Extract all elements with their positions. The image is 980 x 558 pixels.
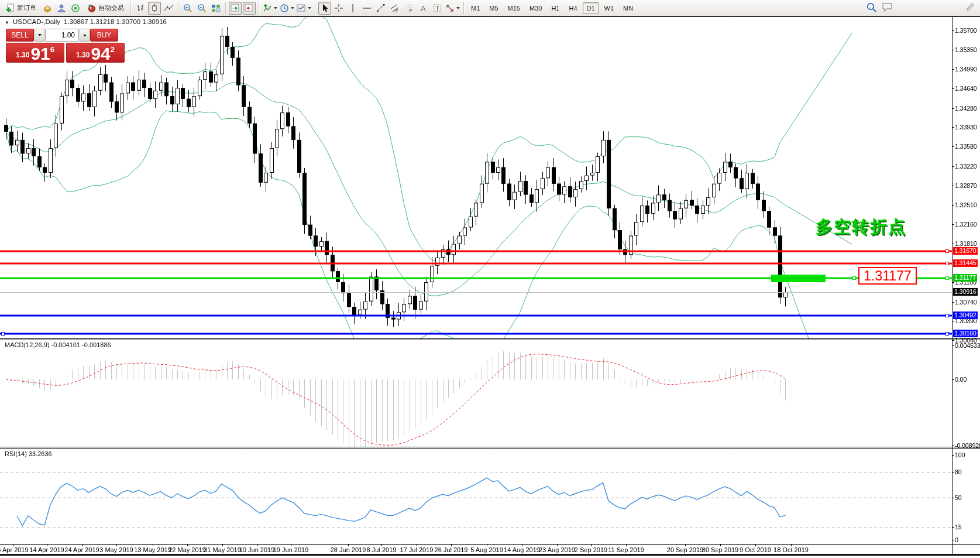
buy-price-sup: 2 <box>111 45 115 54</box>
svg-text:T: T <box>436 5 439 12</box>
new-order-label: 新订单 <box>17 4 36 12</box>
svg-text:E: E <box>396 9 398 13</box>
text-icon: A <box>418 4 428 13</box>
channel-icon: E <box>390 4 400 13</box>
chat-icon[interactable] <box>882 2 893 13</box>
buy-price-small: 1.30 <box>76 51 90 59</box>
timeframe-button-w1[interactable]: W1 <box>600 2 618 14</box>
text-button[interactable]: A <box>417 2 429 15</box>
sell-button[interactable]: SELL <box>6 29 34 42</box>
timeframe-button-m1[interactable]: M1 <box>467 2 484 14</box>
toolbar-separator <box>178 2 178 14</box>
cursor-button[interactable] <box>318 2 331 15</box>
toolbar-separator <box>259 2 259 14</box>
cursor-icon <box>320 4 329 13</box>
bars-chart-icon <box>136 4 145 13</box>
zoom-in-icon <box>183 4 192 13</box>
candlestick-chart-icon <box>150 4 159 13</box>
triangle-up-icon <box>83 34 87 36</box>
autotrading-icon <box>87 4 96 13</box>
signals-button[interactable] <box>69 2 82 15</box>
timeframe-button-m30[interactable]: M30 <box>525 2 546 14</box>
line-chart-button[interactable] <box>162 2 175 15</box>
main-toolbar: 新订单 自动交易 <box>0 0 980 16</box>
add-indicator-icon <box>263 4 272 13</box>
triangle-down-icon <box>38 34 42 36</box>
svg-text:F: F <box>410 9 412 13</box>
volume-increase-button[interactable] <box>80 29 90 42</box>
svg-text:A: A <box>421 4 426 12</box>
gold-layers-icon <box>43 4 52 13</box>
fibonacci-icon: F <box>404 4 414 13</box>
arrows-button[interactable] <box>445 2 460 15</box>
fibonacci-button[interactable]: F <box>403 2 415 15</box>
timeframe-button-h1[interactable]: H1 <box>547 2 563 14</box>
person-icon <box>57 4 66 13</box>
toolbar-separator <box>130 2 131 14</box>
auto-scroll-icon <box>245 4 254 13</box>
text-label-button[interactable]: T <box>431 2 443 15</box>
search-icon[interactable] <box>866 2 877 13</box>
dropdown-caret-icon <box>308 7 311 9</box>
sell-price-sup: 6 <box>50 45 54 54</box>
line-chart-icon <box>164 4 173 13</box>
sonar-icon <box>71 4 80 13</box>
timeframe-button-mn[interactable]: MN <box>619 2 637 14</box>
periods-button[interactable] <box>279 2 295 15</box>
horizontal-line-icon <box>362 4 372 13</box>
horizontal-line-button[interactable] <box>360 2 373 15</box>
candlestick-chart-button[interactable] <box>148 2 161 15</box>
autotrading-label: 自动交易 <box>98 4 124 12</box>
equidistant-channel-button[interactable]: E <box>388 2 401 15</box>
arrows-icon <box>445 4 455 13</box>
tile-windows-button[interactable] <box>209 2 222 15</box>
volume-input[interactable] <box>45 29 79 42</box>
profiles-button[interactable] <box>41 2 54 15</box>
auto-scroll-button[interactable] <box>243 2 256 15</box>
timeframe-button-h4[interactable]: H4 <box>565 2 581 14</box>
zoom-in-button[interactable] <box>181 2 194 15</box>
toolbar-separator <box>315 2 315 14</box>
dropdown-caret-icon <box>456 7 460 9</box>
sell-price-display[interactable]: 1.30916 <box>6 43 64 63</box>
accounts-button[interactable] <box>55 2 68 15</box>
toolbar-separator <box>225 2 226 14</box>
timeframe-button-d1[interactable]: D1 <box>583 2 599 14</box>
chart-shift-icon <box>231 4 240 13</box>
volume-decrease-button[interactable] <box>35 29 44 42</box>
autotrading-button[interactable]: 自动交易 <box>83 2 128 15</box>
one-click-trading-panel: SELL BUY 1.30916 1.30942 <box>6 29 128 63</box>
vertical-line-icon <box>348 4 357 13</box>
templates-button[interactable] <box>296 2 312 15</box>
sell-price-small: 1.30 <box>16 51 29 59</box>
crosshair-button[interactable] <box>332 2 345 15</box>
buy-price-display[interactable]: 1.30942 <box>66 43 125 63</box>
bars-chart-button[interactable] <box>134 2 147 15</box>
turning-point-annotation[interactable]: 多空转折点 <box>816 215 906 239</box>
crosshair-icon <box>334 4 343 13</box>
buy-button[interactable]: BUY <box>90 29 118 42</box>
chart-shift-button[interactable] <box>229 2 242 15</box>
buy-price-big: 94 <box>91 46 110 61</box>
zoom-out-button[interactable] <box>195 2 208 15</box>
collapse-panel-icon[interactable]: ▲ <box>5 19 9 25</box>
zoom-out-icon <box>197 4 207 13</box>
price-callout-label[interactable]: 1.31177 <box>858 267 917 285</box>
template-chart-icon <box>297 4 306 13</box>
dropdown-caret-icon <box>274 7 277 9</box>
indicators-button[interactable] <box>262 2 278 15</box>
timeframe-group: M1M5M15M30H1H4D1W1MN <box>466 2 638 14</box>
sell-price-big: 91 <box>30 46 50 61</box>
price-chart-canvas[interactable] <box>0 0 980 558</box>
timeframe-button-m15[interactable]: M15 <box>504 2 524 14</box>
tile-windows-icon <box>211 4 221 13</box>
vertical-line-button[interactable] <box>346 2 359 15</box>
clock-icon <box>280 4 289 13</box>
new-order-button[interactable]: 新订单 <box>2 2 40 15</box>
trendline-button[interactable] <box>374 2 387 15</box>
new-order-icon <box>5 4 15 13</box>
text-label-icon: T <box>432 4 442 13</box>
toolbar-separator <box>463 2 464 14</box>
timeframe-button-m5[interactable]: M5 <box>485 2 502 14</box>
edit-pencil-icon[interactable] <box>965 2 975 12</box>
